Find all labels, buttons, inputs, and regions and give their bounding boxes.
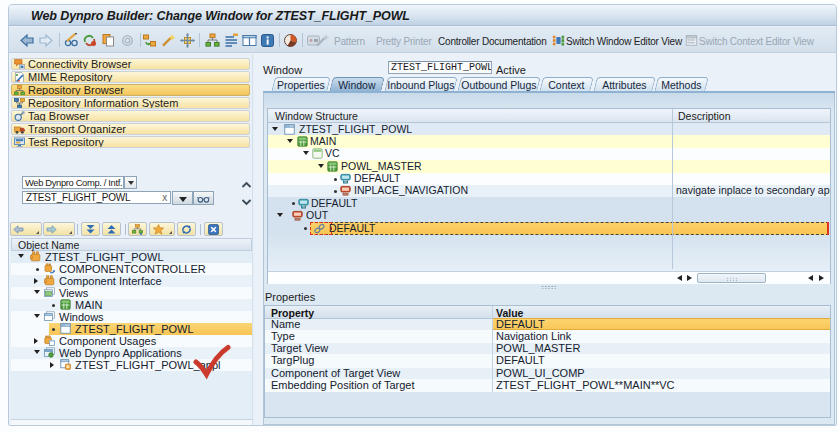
scroll-left-icon[interactable] (677, 275, 682, 281)
scroll-left-icon[interactable] (808, 275, 813, 281)
tab-properties[interactable]: Properties (271, 77, 331, 92)
sidebar-item-test-repository[interactable]: Test Repository (11, 136, 250, 148)
scrollbar-thumb[interactable] (697, 273, 766, 283)
column-divider[interactable] (672, 109, 673, 269)
expander-icon[interactable] (272, 127, 278, 131)
tab-window[interactable]: Window (329, 77, 385, 92)
favorites-button[interactable] (149, 222, 175, 236)
expander-icon[interactable] (277, 213, 283, 217)
expander-icon[interactable] (287, 139, 293, 143)
property-value-cell[interactable]: ZTEST_FLIGHT_POWL**MAIN**VC (496, 380, 674, 392)
scroll-up-button[interactable] (241, 181, 252, 189)
display-change-icon[interactable] (64, 33, 79, 48)
tree-row-selected[interactable]: ZTEST_FLIGHT_POWL (11, 323, 252, 335)
description-horizontal-scrollbar[interactable] (268, 271, 830, 284)
switch-window-editor-icon[interactable] (552, 34, 565, 47)
structure-row-selected[interactable]: DEFAULT (268, 222, 830, 234)
navigate-icon[interactable] (180, 33, 195, 48)
property-value-cell[interactable]: POWL_UI_COMP (496, 368, 585, 380)
column-header-property[interactable]: Property (271, 307, 314, 319)
collapse-all-button[interactable] (102, 222, 121, 236)
display-object-list-button[interactable] (128, 222, 147, 236)
expander-icon[interactable] (34, 338, 38, 344)
sidebar-item-transport-organizer[interactable]: Transport Organizer (11, 123, 250, 135)
activate-wand-icon[interactable] (161, 33, 176, 48)
scroll-down-button[interactable] (241, 198, 252, 206)
info-icon[interactable] (260, 33, 275, 48)
column-divider[interactable] (492, 306, 493, 392)
sidebar-item-repository-browser[interactable]: Repository Browser (11, 84, 250, 96)
forward-icon[interactable] (38, 33, 53, 48)
refresh-button[interactable] (177, 222, 196, 236)
window-name-field[interactable]: ZTEST_FLIGHT_POWL (388, 61, 492, 74)
clear-input-icon[interactable]: x (162, 192, 167, 204)
table-splitter[interactable] (267, 283, 831, 291)
tree-row[interactable]: MAIN (11, 299, 252, 311)
controller-documentation-button[interactable]: Controller Documentation (438, 36, 547, 47)
tab-outbound-plugs[interactable]: Outbound Plugs (457, 77, 541, 92)
property-value-cell[interactable]: DEFAULT (496, 319, 545, 331)
expander-icon[interactable] (303, 151, 309, 155)
expander-icon[interactable] (50, 362, 54, 368)
tree-horizontal-scrollbar[interactable] (11, 419, 252, 426)
object-list-icon[interactable] (224, 33, 239, 48)
sidebar-item-connectivity-browser[interactable]: Connectivity Browser (11, 58, 250, 70)
property-row[interactable]: Name DEFAULT (265, 319, 830, 331)
object-type-dropdown-button[interactable] (124, 176, 137, 189)
property-value-cell[interactable]: Navigation Link (496, 331, 571, 343)
structure-row[interactable]: DEFAULT (268, 173, 830, 185)
property-row[interactable]: Target View POWL_MASTER (265, 343, 830, 355)
structure-row[interactable]: OUT (268, 210, 830, 222)
where-used-icon[interactable] (142, 33, 157, 48)
structure-row[interactable]: DEFAULT (268, 197, 830, 209)
expander-icon[interactable] (318, 164, 324, 168)
switch-window-editor-button[interactable]: Switch Window Editor View (566, 36, 682, 47)
tree-row[interactable]: COMPONENTCONTROLLER (11, 263, 252, 275)
expander-icon[interactable] (34, 350, 40, 354)
property-row[interactable]: Component of Target View POWL_UI_COMP (265, 368, 830, 380)
structure-row[interactable]: POWL_MASTER (268, 160, 830, 172)
expander-icon[interactable] (34, 314, 40, 318)
tab-context[interactable]: Context (539, 77, 594, 92)
copy-icon[interactable] (101, 33, 116, 48)
scroll-right-icon[interactable] (687, 275, 692, 281)
fullscreen-icon[interactable] (242, 33, 257, 48)
property-value-cell[interactable]: DEFAULT (496, 355, 545, 367)
display-object-button[interactable] (193, 191, 214, 205)
tree-row[interactable]: Views (11, 287, 252, 299)
sidebar-item-repository-information-system[interactable]: Repository Information System (11, 97, 250, 109)
property-value-cell[interactable]: POWL_MASTER (496, 343, 580, 355)
tree-back-button[interactable] (10, 222, 42, 236)
tree-row[interactable]: ZTEST_FLIGHT_POWL (11, 251, 252, 263)
tab-methods[interactable]: Methods (654, 77, 709, 92)
tree-row[interactable]: Component Interface (11, 275, 252, 287)
structure-row[interactable]: VC (268, 148, 830, 160)
tree-forward-button[interactable] (43, 222, 75, 236)
object-type-select[interactable]: Web Dynpro Comp. / Intf. (22, 176, 124, 189)
structure-row[interactable]: ZTEST_FLIGHT_POWL (268, 123, 830, 135)
close-browser-button[interactable] (204, 222, 223, 236)
object-name-column-header[interactable]: Object Name (11, 238, 252, 251)
expander-icon[interactable] (34, 290, 40, 294)
tab-attributes[interactable]: Attributes (593, 77, 656, 92)
column-header-window-structure[interactable]: Window Structure (275, 110, 358, 122)
expander-icon[interactable] (34, 278, 38, 284)
object-hierarchy-icon[interactable] (205, 33, 220, 48)
object-name-input[interactable]: ZTEST_FLIGHT_POWL x (22, 191, 171, 204)
history-dropdown-button[interactable] (172, 191, 193, 205)
sidebar-item-tag-browser[interactable]: Tag Browser (11, 110, 250, 122)
column-header-value[interactable]: Value (496, 307, 523, 319)
runtime-analysis-icon[interactable] (283, 33, 298, 48)
back-icon[interactable] (20, 33, 35, 48)
column-header-description[interactable]: Description (678, 110, 731, 122)
expander-icon[interactable] (18, 254, 24, 258)
tab-inbound-plugs[interactable]: Inbound Plugs (384, 77, 458, 92)
tree-row[interactable]: Windows (11, 311, 252, 323)
structure-row[interactable]: INPLACE_NAVIGATION navigate inplace to s… (268, 185, 830, 197)
sidebar-item-mime-repository[interactable]: MIME Repository (11, 71, 250, 83)
property-row[interactable]: Embedding Position of Target ZTEST_FLIGH… (265, 380, 830, 392)
other-object-icon[interactable] (82, 33, 97, 48)
structure-row[interactable]: MAIN (268, 135, 830, 147)
scroll-right-icon[interactable] (819, 275, 824, 281)
property-row[interactable]: TargPlug DEFAULT (265, 355, 830, 367)
